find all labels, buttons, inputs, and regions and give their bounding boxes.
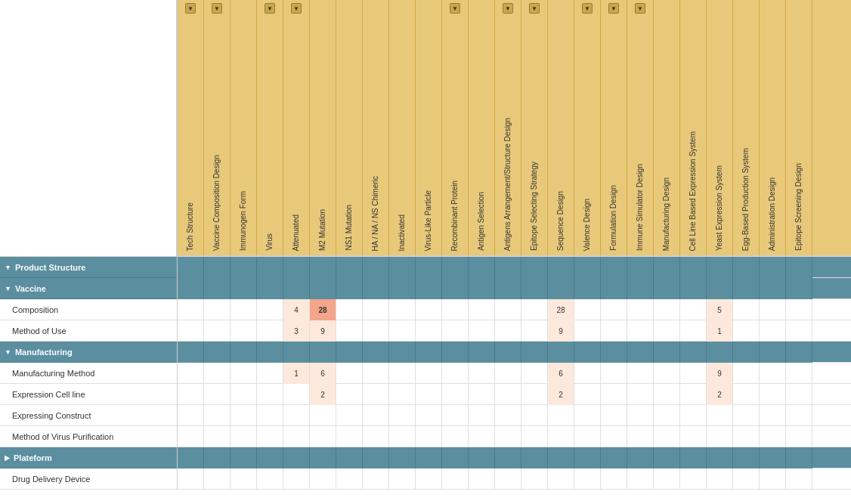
col-arrow-valence-design[interactable]: ▼ xyxy=(582,3,593,14)
col-header-antigens-arrangement[interactable]: ▼Antigens Arrangement/Structure Design xyxy=(495,0,521,255)
cell-recombinant-protein xyxy=(442,405,469,426)
cell-ns1-mutation xyxy=(336,384,363,405)
col-header-attenuated[interactable]: ▼Attenuated xyxy=(283,0,310,255)
cell-m2-mutation: 28 xyxy=(310,299,336,320)
group-label-vaccine: Vaccine xyxy=(15,284,46,293)
col-header-valence-design[interactable]: ▼Valence Design xyxy=(574,0,601,255)
col-header-immune-simulator[interactable]: ▼Immune Simulator Design xyxy=(627,0,654,255)
cell-ha-ns-chimeric xyxy=(363,405,389,426)
cell-antigens-arrangement xyxy=(495,468,521,490)
col-label-inactivated: Inactivated xyxy=(398,215,407,251)
col-header-formulation-design[interactable]: ▼Formulation Design xyxy=(601,0,627,255)
cell-manufacturing-design xyxy=(654,278,680,299)
data-row-group xyxy=(178,257,851,278)
col-header-virus[interactable]: ▼Virus xyxy=(257,0,283,255)
col-arrow-immune-simulator[interactable]: ▼ xyxy=(635,3,645,14)
cell-administration xyxy=(760,447,786,468)
cell-manufacturing-design xyxy=(654,299,680,320)
col-label-epitope-screening: Epitope Screening Design xyxy=(794,163,803,251)
col-arrow-epitope-selecting[interactable]: ▼ xyxy=(529,3,540,14)
data-row-expressing-construct xyxy=(178,405,851,426)
col-header-sequence-design: Sequence Design xyxy=(548,0,574,255)
cell-virus-like-particle xyxy=(416,447,442,468)
cell-egg-based xyxy=(733,405,760,426)
cell-attenuated xyxy=(283,384,310,405)
row-group-product-structure[interactable]: ▼Product Structure xyxy=(0,257,177,278)
cell-cell-line xyxy=(680,405,707,426)
row-group-manufacturing[interactable]: ▼Manufacturing xyxy=(0,342,177,363)
col-label-formulation-design: Formulation Design xyxy=(609,185,618,251)
cell-ha-ns-chimeric xyxy=(363,342,389,363)
cell-recombinant-protein xyxy=(442,363,469,384)
cell-vaccine-composition xyxy=(204,426,231,447)
col-label-immune-simulator: Immune Simulator Design xyxy=(636,164,645,251)
cell-formulation-design xyxy=(601,384,627,405)
row-group-plateform[interactable]: ▶Plateform xyxy=(0,447,177,468)
row-item-method-of-use: Method of Use xyxy=(0,320,177,342)
cell-valence-design xyxy=(574,426,601,447)
group-arrow-product-structure: ▼ xyxy=(5,264,11,271)
cell-m2-mutation xyxy=(310,447,336,468)
col-arrow-antigens-arrangement[interactable]: ▼ xyxy=(503,3,513,14)
cell-tech-structure xyxy=(178,257,204,278)
cell-sequence-design xyxy=(548,426,574,447)
cell-yeast-expression xyxy=(707,405,733,426)
cell-egg-based xyxy=(733,468,760,490)
cell-virus-like-particle xyxy=(416,384,442,405)
col-arrow-virus[interactable]: ▼ xyxy=(265,3,275,14)
data-row-manufacturing-method: 1669 xyxy=(178,363,851,384)
group-label-product-structure: Product Structure xyxy=(15,263,86,272)
cell-tech-structure xyxy=(178,426,204,447)
col-header-tech-structure[interactable]: ▼Tech Structure xyxy=(178,0,204,255)
cell-egg-based xyxy=(733,426,760,447)
cell-administration xyxy=(760,384,786,405)
col-arrow-recombinant-protein[interactable]: ▼ xyxy=(450,3,460,14)
cell-m2-mutation xyxy=(310,257,336,278)
cell-immunogen-form xyxy=(231,426,257,447)
row-headers: ▼Product Structure▼VaccineCompositionMet… xyxy=(0,0,178,490)
cell-immunogen-form xyxy=(231,405,257,426)
cell-immunogen-form xyxy=(231,447,257,468)
cell-cell-line xyxy=(680,426,707,447)
data-row-group xyxy=(178,342,851,363)
cell-ns1-mutation xyxy=(336,468,363,490)
col-arrow-formulation-design[interactable]: ▼ xyxy=(608,3,619,14)
col-label-antigen-selection: Antigen Selection xyxy=(477,192,486,251)
cell-epitope-selecting xyxy=(521,384,548,405)
col-header-recombinant-protein[interactable]: ▼Recombinant Protein xyxy=(442,0,469,255)
corner-cell xyxy=(0,0,177,257)
cell-administration xyxy=(760,363,786,384)
cell-virus xyxy=(257,405,283,426)
cell-immune-simulator xyxy=(627,405,654,426)
col-header-epitope-selecting[interactable]: ▼Epitope Selecting Strategy xyxy=(521,0,548,255)
col-header-egg-based: Egg-Based Production System xyxy=(733,0,760,255)
row-group-vaccine[interactable]: ▼Vaccine xyxy=(0,278,177,299)
cell-tech-structure xyxy=(178,447,204,468)
col-arrow-tech-structure[interactable]: ▼ xyxy=(185,3,196,14)
cell-recombinant-protein xyxy=(442,468,469,490)
cell-formulation-design xyxy=(601,278,627,299)
cell-epitope-screening xyxy=(786,320,812,342)
cell-inactivated xyxy=(389,342,416,363)
cell-virus xyxy=(257,447,283,468)
col-header-vaccine-composition[interactable]: ▼Vaccine Composition Design xyxy=(204,0,231,255)
cell-attenuated: 4 xyxy=(283,299,310,320)
cell-yeast-expression xyxy=(707,447,733,468)
cell-inactivated xyxy=(389,447,416,468)
cell-administration xyxy=(760,257,786,278)
cell-immune-simulator xyxy=(627,342,654,363)
cell-antigen-selection xyxy=(469,320,495,342)
col-label-cell-line: Cell Line Based Expression System xyxy=(689,131,698,251)
cell-virus-like-particle xyxy=(416,299,442,320)
cell-epitope-selecting xyxy=(521,342,548,363)
col-header-immunogen-form: Immunogen Form xyxy=(231,0,257,255)
col-arrow-attenuated[interactable]: ▼ xyxy=(291,3,302,14)
col-arrow-vaccine-composition[interactable]: ▼ xyxy=(212,3,222,14)
col-label-administration: Administration Design xyxy=(768,178,777,251)
cell-recombinant-protein xyxy=(442,342,469,363)
cell-valence-design xyxy=(574,384,601,405)
cell-yeast-expression xyxy=(707,342,733,363)
cell-virus xyxy=(257,342,283,363)
cell-tech-structure xyxy=(178,363,204,384)
cell-egg-based xyxy=(733,320,760,342)
